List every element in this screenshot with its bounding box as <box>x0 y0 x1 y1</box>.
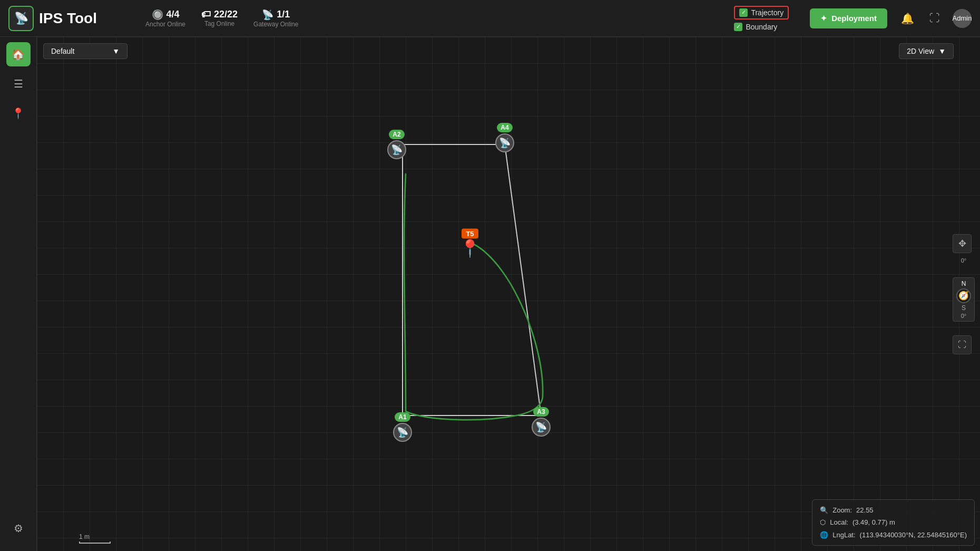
tag-status: 🏷 22/22 Tag Online <box>201 9 238 28</box>
anchor-a3-circle: 📡 <box>532 418 551 437</box>
compass-deg: 0° <box>961 313 967 319</box>
default-select-value: Default <box>51 47 74 55</box>
anchor-a2-circle: 📡 <box>387 140 406 159</box>
boundary-toggle[interactable]: ✓ Boundary <box>734 23 789 31</box>
trajectory-checkbox: ✓ <box>739 8 748 17</box>
boundary-checkbox: ✓ <box>734 23 742 31</box>
svg-line-2 <box>505 144 541 415</box>
fit-screen-icon[interactable]: ⛶ <box>953 335 972 354</box>
sidebar-bottom: ⚙ <box>6 516 31 546</box>
anchor-a4-circle: 📡 <box>495 133 514 152</box>
admin-avatar[interactable]: Admin <box>953 9 972 28</box>
sidebar: 🏠 ☰ 📍 ⚙ <box>0 37 37 551</box>
view-select-value: 2D View <box>907 47 934 55</box>
rotation-label: 0° <box>953 257 975 264</box>
map-container[interactable]: Default ▼ 2D View ▼ A2 📡 <box>37 37 980 551</box>
tag-value: 22/22 <box>214 9 238 20</box>
lnglat-value: (113.94340030°N, 22.54845160°E) <box>860 529 967 541</box>
spacer2 <box>953 326 975 331</box>
scale-line <box>79 542 111 544</box>
sidebar-item-pin[interactable]: 📍 <box>6 101 31 125</box>
anchor-a1[interactable]: A1 📡 <box>393 412 412 442</box>
tag-t5[interactable]: T5 📍 <box>459 229 481 257</box>
anchor-a3-label: A3 <box>533 407 548 417</box>
anchor-value: 4/4 <box>166 9 180 20</box>
anchor-status: 🔘 4/4 Anchor Online <box>145 9 185 28</box>
anchor-a4-label: A4 <box>497 123 512 132</box>
zoom-row: 🔍 Zoom: 22.55 <box>820 504 967 516</box>
scale-bar: 1 m <box>79 533 111 544</box>
local-key: Local: <box>830 516 848 528</box>
lnglat-row: 🌐 LngLat: (113.94340030°N, 22.54845160°E… <box>820 529 967 541</box>
sidebar-item-home[interactable]: 🏠 <box>6 42 31 66</box>
trajectory-label: Trajectory <box>751 8 783 17</box>
admin-label: Admin <box>953 14 972 22</box>
zoom-icon: 🔍 <box>820 504 828 516</box>
lnglat-icon: 🌐 <box>820 529 828 541</box>
notification-button[interactable]: 🔔 <box>898 9 917 28</box>
scale-label: 1 m <box>79 533 90 540</box>
gateway-icon: 📡 <box>262 9 273 21</box>
spacer <box>953 268 975 273</box>
anchor-a2-label: A2 <box>389 130 404 139</box>
view-select[interactable]: 2D View ▼ <box>899 43 954 59</box>
map-right-controls: ✥ 0° N 🧭 S 0° ⛶ <box>953 234 975 354</box>
view-arrow-icon: ▼ <box>938 47 946 55</box>
tag-t5-label: T5 <box>462 229 478 239</box>
local-value: (3.49, 0.77) m <box>852 516 895 528</box>
dropdown-arrow-icon: ▼ <box>112 47 120 55</box>
tag-t5-pin: 📍 <box>459 240 481 257</box>
default-select[interactable]: Default ▼ <box>43 43 128 59</box>
anchor-a4[interactable]: A4 📡 <box>495 123 514 152</box>
lnglat-key: LngLat: <box>832 529 855 541</box>
tag-icon: 🏷 <box>201 9 211 20</box>
local-icon: ⬡ <box>820 516 826 528</box>
tag-label: Tag Online <box>204 20 234 27</box>
map-topbar: Default ▼ <box>43 43 128 59</box>
boundary-label: Boundary <box>746 23 777 31</box>
anchor-a1-circle: 📡 <box>393 423 412 442</box>
map-toggles: ✓ Trajectory ✓ Boundary <box>734 6 789 31</box>
deployment-button[interactable]: ✦ Deployment <box>810 8 887 28</box>
map-info-bar: 🔍 Zoom: 22.55 ⬡ Local: (3.49, 0.77) m 🌐 … <box>812 499 975 546</box>
deployment-icon: ✦ <box>820 14 827 23</box>
anchor-a1-label: A1 <box>395 412 410 422</box>
trajectory-toggle[interactable]: ✓ Trajectory <box>734 6 789 20</box>
gateway-value: 1/1 <box>277 9 290 20</box>
header-right: 🔔 ⛶ Admin <box>898 9 972 28</box>
logo-icon: 📡 <box>8 6 34 31</box>
anchor-label: Anchor Online <box>145 21 185 28</box>
status-group: 🔘 4/4 Anchor Online 🏷 22/22 Tag Online 📡… <box>145 9 723 28</box>
zoom-value: 22.55 <box>856 504 874 516</box>
anchor-icon: 🔘 <box>152 9 163 21</box>
compass-circle: 🧭 <box>956 288 971 303</box>
header: 📡 IPS Tool 🔘 4/4 Anchor Online 🏷 22/22 T… <box>0 0 980 37</box>
gateway-label: Gateway Online <box>253 21 298 28</box>
deployment-label: Deployment <box>831 14 877 23</box>
anchor-a2[interactable]: A2 📡 <box>387 130 406 159</box>
fullscreen-button[interactable]: ⛶ <box>925 9 944 28</box>
anchor-a3[interactable]: A3 📡 <box>532 407 551 437</box>
main-layout: 🏠 ☰ 📍 ⚙ Default ▼ 2D View ▼ <box>0 37 980 551</box>
logo-area: 📡 IPS Tool <box>8 6 124 31</box>
compass: N 🧭 S 0° <box>953 277 975 322</box>
zoom-key: Zoom: <box>832 504 852 516</box>
compass-n: N <box>962 280 966 287</box>
compass-s: S <box>962 304 966 312</box>
map-svg <box>37 37 980 551</box>
app-title: IPS Tool <box>39 10 97 27</box>
move-icon[interactable]: ✥ <box>953 234 972 253</box>
sidebar-item-settings[interactable]: ⚙ <box>6 516 31 540</box>
sidebar-item-list[interactable]: ☰ <box>6 72 31 96</box>
gateway-status: 📡 1/1 Gateway Online <box>253 9 298 28</box>
local-row: ⬡ Local: (3.49, 0.77) m <box>820 516 967 528</box>
